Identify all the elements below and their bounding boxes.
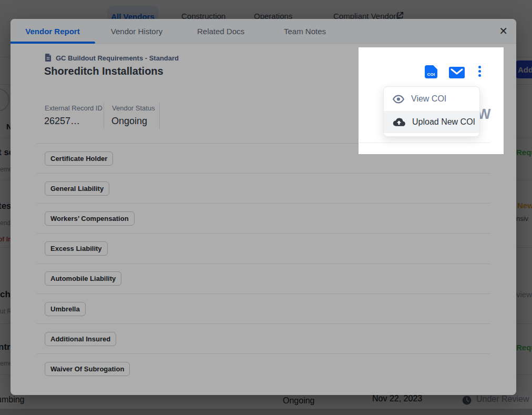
menu-item-upload-new-coi[interactable]: Upload New COI (384, 111, 479, 133)
kebab-menu-icon[interactable] (478, 66, 481, 77)
spotlight-card: W COI View COI Upload New COI (359, 47, 504, 154)
menu-item-label: View COI (411, 94, 446, 104)
eye-icon (393, 95, 404, 104)
divider (359, 143, 490, 143)
coi-document-icon[interactable]: COI (425, 65, 437, 78)
coi-icon-label: COI (425, 72, 437, 77)
mail-icon[interactable] (449, 67, 465, 78)
screen: All Vendors Construction Operations Comp… (0, 0, 532, 415)
cloud-upload-icon (393, 117, 405, 127)
menu-item-label: Upload New COI (412, 117, 475, 127)
menu-item-view-coi[interactable]: View COI (384, 87, 479, 111)
coi-dropdown-menu: View COI Upload New COI (383, 86, 480, 137)
